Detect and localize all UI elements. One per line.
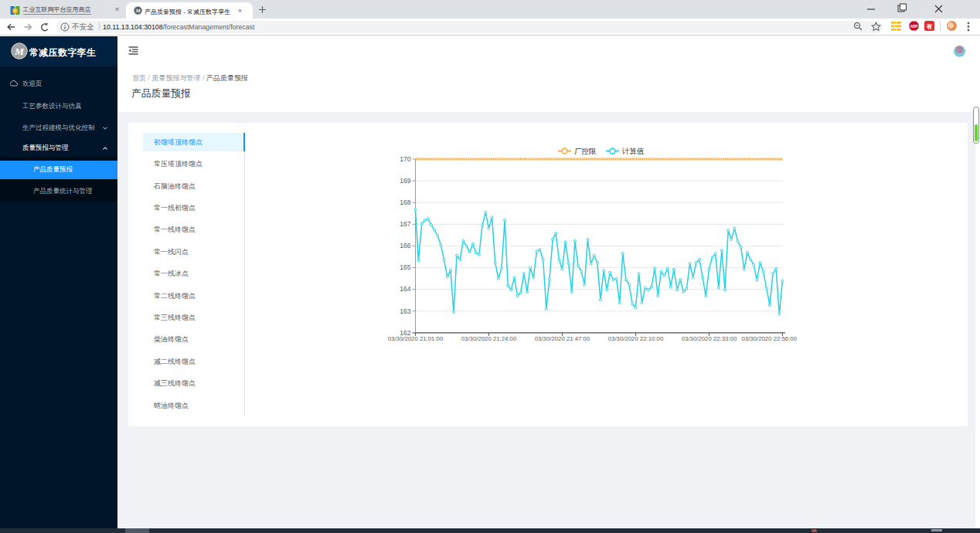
svg-text:有: 有 (926, 23, 933, 30)
svg-text:166: 166 (400, 242, 411, 250)
svg-text:164: 164 (400, 285, 411, 293)
svg-text:169: 169 (400, 177, 411, 185)
svg-text:03/30/2020 21:24:00: 03/30/2020 21:24:00 (461, 335, 517, 342)
svg-text:03/30/2020 22:10:00: 03/30/2020 22:10:00 (608, 335, 664, 342)
svg-text:M: M (134, 8, 141, 14)
svg-text:M: M (14, 46, 25, 57)
svg-text:03/30/2020 21:01:00: 03/30/2020 21:01:00 (388, 335, 444, 342)
svg-text:163: 163 (400, 307, 411, 315)
svg-text:168: 168 (400, 199, 411, 206)
svg-text:计算值: 计算值 (621, 147, 645, 155)
svg-text:165: 165 (400, 263, 411, 271)
svg-text:167: 167 (400, 220, 411, 228)
svg-text:170: 170 (400, 155, 411, 163)
svg-text:03/30/2020 21:47:00: 03/30/2020 21:47:00 (535, 335, 590, 342)
svg-text:ABP: ABP (910, 25, 918, 29)
svg-text:03/30/2020 22:33:00: 03/30/2020 22:33:00 (682, 335, 737, 342)
svg-text:厂控限: 厂控限 (574, 147, 597, 155)
svg-text:03/30/2020 22:56:00: 03/30/2020 22:56:00 (741, 335, 797, 342)
